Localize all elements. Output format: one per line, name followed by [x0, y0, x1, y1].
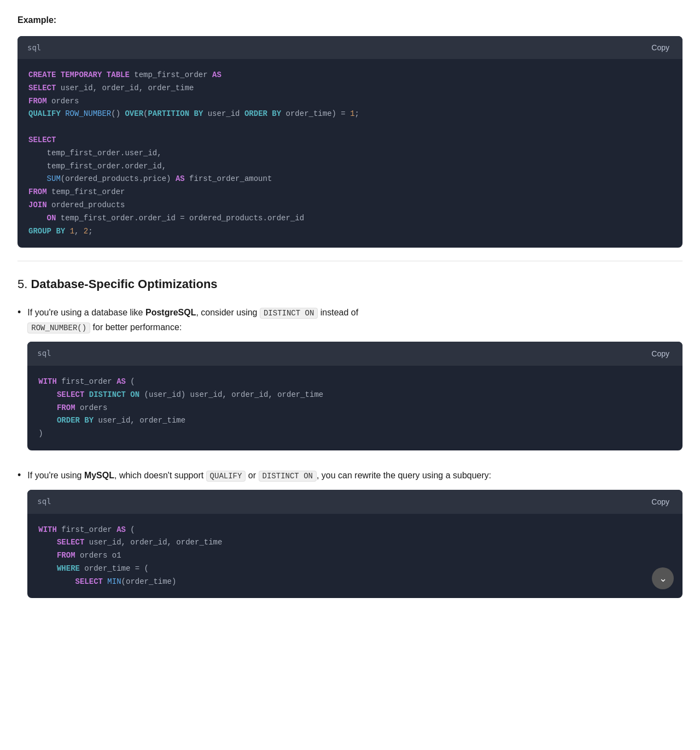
postgresql-bullet-content: If you're using a database like PostgreS…	[27, 305, 682, 459]
postgresql-text-after: instead of	[318, 308, 358, 317]
postgresql-bold: PostgreSQL	[145, 308, 196, 317]
optimization-list: • If you're using a database like Postgr…	[18, 305, 682, 607]
mysql-code-lang: sql	[37, 495, 51, 508]
mysql-bullet-item: • If you're using MySQL, which doesn't s…	[18, 468, 682, 607]
mysql-text-before: If you're using	[27, 471, 84, 480]
row-number-inline-code: ROW_NUMBER()	[27, 323, 90, 333]
mysql-text-middle: , which doesn't support	[114, 471, 206, 480]
postgresql-code-content: WITH first_order AS ( SELECT DISTINCT ON…	[27, 366, 682, 450]
mysql-text-after: , you can rewrite the query using a subq…	[317, 471, 491, 480]
example-label: Example:	[18, 13, 682, 27]
main-code-block: sql Copy CREATE TEMPORARY TABLE temp_fir…	[18, 36, 682, 248]
distinct-on-mysql-inline-code: DISTINCT ON	[259, 471, 317, 482]
main-code-lang: sql	[27, 42, 41, 54]
section-divider	[18, 261, 682, 261]
postgresql-code-header: sql Copy	[27, 342, 682, 366]
postgresql-text-end: for better performance:	[90, 323, 182, 332]
bullet-dot-1: •	[18, 307, 21, 317]
mysql-code-content: WITH first_order AS ( SELECT user_id, or…	[27, 514, 682, 599]
postgresql-copy-button[interactable]: Copy	[648, 348, 673, 359]
main-copy-button[interactable]: Copy	[648, 42, 673, 53]
mysql-code-block: sql Copy WITH first_order AS ( SELECT us…	[27, 490, 682, 599]
distinct-on-inline-code: DISTINCT ON	[260, 308, 318, 319]
bullet-dot-2: •	[18, 470, 21, 480]
mysql-code-header: sql Copy	[27, 490, 682, 514]
postgresql-bullet-item: • If you're using a database like Postgr…	[18, 305, 682, 459]
main-code-content: CREATE TEMPORARY TABLE temp_first_order …	[18, 59, 682, 248]
postgresql-text-before: If you're using a database like	[27, 308, 145, 317]
mysql-copy-button[interactable]: Copy	[648, 496, 673, 507]
qualify-inline-code: QUALIFY	[206, 471, 246, 482]
postgresql-code-lang: sql	[37, 347, 51, 360]
mysql-bullet-content: If you're using MySQL, which doesn't sup…	[27, 468, 682, 607]
main-code-header: sql Copy	[18, 36, 682, 59]
postgresql-code-block: sql Copy WITH first_order AS ( SELECT DI…	[27, 342, 682, 450]
chevron-down-icon: ⌄	[659, 572, 667, 584]
postgresql-text-middle: , consider using	[196, 308, 260, 317]
mysql-code-block-wrapper: sql Copy WITH first_order AS ( SELECT us…	[27, 490, 682, 599]
mysql-bold: MySQL	[84, 471, 114, 480]
section-5-heading: 5. Database-Specific Optimizations	[18, 274, 682, 294]
mysql-text-or: or	[246, 471, 258, 480]
